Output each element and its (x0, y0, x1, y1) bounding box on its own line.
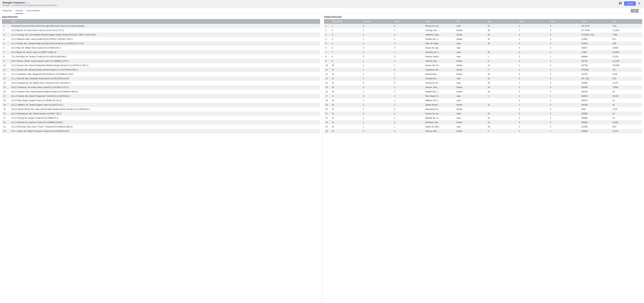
table-row[interactable]: 4411Futrelle, Mrs. J...female35101138035… (324, 37, 642, 41)
table-row[interactable]: 2524,1,1,"Sloper, Mr. William Thompson",… (2, 129, 320, 133)
view-toggle[interactable]: Table (631, 9, 642, 13)
cell-passengerid: 4 (330, 37, 362, 41)
version-label: 4.7.2 (26, 2, 30, 4)
cell-sex: male (455, 81, 486, 85)
output-col-fare[interactable]: Fare (611, 19, 642, 24)
output-table-wrap[interactable]: PassengerIdSurvivedPclassNameSexAgeSibSp… (324, 19, 642, 301)
table-row[interactable]: 1110,1,2,"Nasser, Mrs. Nicholas (Adele A… (2, 68, 320, 72)
tab-preview[interactable]: Preview (16, 8, 23, 14)
cell-parch: 0 (548, 76, 580, 81)
close-icon[interactable]: ✕ (637, 2, 642, 5)
table-row[interactable]: 242411Sloper, Mr. Willi...male2800113788… (324, 125, 642, 129)
table-row[interactable]: 1514,0,3,"Andersson, Mr. Anders Johan",m… (2, 85, 320, 89)
output-col-pclass[interactable]: Pclass (393, 19, 424, 24)
cell-fare: 21.075 (611, 129, 642, 133)
input-table-wrap[interactable]: body 1PassengerId,Survived,Pclass,Name,S… (2, 19, 320, 301)
table-row[interactable]: 3313Heikkinen, Miss...female2600STON/O2.… (324, 32, 642, 37)
table-row[interactable]: 1716,1,2,"Hewlett, Mrs. (Mary D Kingcome… (2, 94, 320, 98)
table-row[interactable]: 5503Allen, Mr. Willia...male35003734508.… (324, 41, 642, 46)
row-number: 3 (324, 32, 330, 37)
table-row[interactable]: 1211,1,3,"Sandstrom, Miss. Marguerite Ru… (2, 72, 320, 76)
table-row[interactable]: 212102Fynney, Mr. Jos...male350023986526 (324, 111, 642, 116)
output-col-survived[interactable]: Survived (362, 19, 393, 24)
table-row[interactable]: 98,0,3,"Palsson, Master. Gosta Leonard",… (2, 59, 320, 63)
cell-name: Allen, Mr. Willia... (424, 41, 455, 46)
output-col-name[interactable]: Name (424, 19, 455, 24)
table-row[interactable]: 2120,1,3,"Masselmani, Mrs. Fatima",femal… (2, 111, 320, 116)
tab-documentation[interactable]: Documentation (26, 8, 40, 14)
row-number: 16 (324, 89, 330, 94)
table-row[interactable]: 2221,0,2,"Fynney, Mr. Joseph J",male,35,… (2, 116, 320, 120)
cell-name: Beesley, Mr. La... (424, 116, 455, 120)
row-number: 17 (324, 94, 330, 98)
row-number: 19 (2, 103, 10, 107)
table-row[interactable]: 9913Johnson, Mrs. ...female270234774211.… (324, 59, 642, 63)
table-row[interactable]: 65,0,3,"Allen, Mr. William Henry",male,3… (2, 46, 320, 50)
table-row[interactable]: 1413,0,3,"Saundercock, Mr. William Henry… (2, 81, 320, 85)
cell-pclass: 3 (393, 59, 424, 63)
table-row[interactable]: 54,1,1,"Futrelle, Mrs. Jacques Heath (Li… (2, 41, 320, 46)
table-row[interactable]: 1817,0,3,"Rice, Master. Eugene",male,2,4… (2, 98, 320, 103)
comment-icon[interactable] (618, 1, 622, 6)
output-col-rownum[interactable] (324, 19, 330, 24)
input-col-rownum[interactable] (2, 19, 10, 24)
row-body: 9,1,3,"Johnson, Mrs. Oscar W (Elisabeth … (10, 63, 320, 68)
cell-fare: 11.1333 (611, 59, 642, 63)
cell-name: Masselmani, M... (424, 107, 455, 111)
table-row[interactable]: 8803Palsson, Maste...male23134990921.075 (324, 54, 642, 59)
table-row[interactable]: 109,1,3,"Johnson, Mrs. Oscar W (Elisabet… (2, 63, 320, 68)
table-row[interactable]: 232313McGowan, Mis...female15003309238.0… (324, 120, 642, 125)
table-row[interactable]: 1615,0,3,"Vestrom, Miss. Hulda Amanda Ad… (2, 89, 320, 94)
table-row[interactable]: 1103Braund, Mr. Ow...male2210A/5 211717.… (324, 24, 642, 28)
output-col-ticket[interactable]: Ticket (580, 19, 611, 24)
table-row[interactable]: 111113Sandstrom, Mis...female411PP 95491… (324, 68, 642, 72)
cell-fare: 7.25 (611, 24, 642, 28)
table-row[interactable]: 222212Beesley, Mr. La...male340024869813 (324, 116, 642, 120)
table-row[interactable]: 21,0,3,"Braund, Mr. Owen Harris",male,22… (2, 28, 320, 32)
cell-parch: 0 (548, 50, 580, 54)
table-row[interactable]: 131303Saundercock, ...male2000A/5. 21518… (324, 76, 642, 81)
table-row[interactable]: 161612Hewlett, Mrs. (...female5500248706… (324, 89, 642, 94)
table-row[interactable]: 2211Cumings, Mrs. ...female3810PC 175997… (324, 28, 642, 32)
cell-parch: 0 (548, 120, 580, 125)
input-col-body[interactable]: body (10, 19, 320, 24)
table-row[interactable]: 171703Rice, Master. E...male24138265229.… (324, 94, 642, 98)
tab-properties[interactable]: Properties (2, 8, 12, 14)
cell-pclass: 3 (393, 68, 424, 72)
output-col-age[interactable]: Age (486, 19, 517, 24)
table-row[interactable]: 181812Williams, Mr. C...male0024437313 (324, 98, 642, 103)
cell-name: Palsson, Maste... (424, 54, 455, 59)
row-number: 1 (2, 24, 10, 28)
table-row[interactable]: 1312,1,1,"Bonnell, Miss. Elizabeth",fema… (2, 76, 320, 81)
table-row[interactable]: 252503Palsson, Miss. ...female8313499092… (324, 129, 642, 133)
table-row[interactable]: 1PassengerId,Survived,Pclass,Name,Sex,Ag… (2, 24, 320, 28)
toggle-handle[interactable] (638, 9, 641, 13)
cell-name: Braund, Mr. Ow... (424, 24, 455, 28)
cell-age: 22 (486, 24, 517, 28)
table-row[interactable]: 32,1,1,"Cumings, Mrs. John Bradley (Flor… (2, 32, 320, 37)
table-row[interactable]: 202013Masselmani, M...female0026497.225 (324, 107, 642, 111)
table-row[interactable]: 43,1,3,"Heikkinen, Miss. Laina",female,2… (2, 37, 320, 41)
cell-sex: female (455, 32, 486, 37)
output-col-sex[interactable]: Sex (455, 19, 486, 24)
table-row[interactable]: 7701McCarthy, Mr. T...male54001746351.86… (324, 50, 642, 54)
table-row[interactable]: 2322,1,2,"Beesley, Mr. Lawrence",male,34… (2, 120, 320, 125)
table-row[interactable]: 191903Vander Planke, ...female3110345763… (324, 103, 642, 107)
table-row[interactable]: 87,0,1,"McCarthy, Mr. Timothy J",male,54… (2, 54, 320, 59)
table-row[interactable]: 6603Moran, Mr. Jam...male003308778.4583 (324, 46, 642, 50)
table-row[interactable]: 151503Vestrom, Miss. ...female1400350406… (324, 85, 642, 89)
validate-button[interactable]: Validate (624, 1, 636, 6)
table-row[interactable]: 2423,1,3,"McGowan, Miss. Anna ""Annie"""… (2, 125, 320, 129)
table-row[interactable]: 76,0,3,"Moran, Mr. James",male,,0,0,3308… (2, 50, 320, 54)
table-row[interactable]: 1918,1,2,"Williams, Mr. Charles Eugene",… (2, 103, 320, 107)
table-row[interactable]: 101012Nasser, Mrs. Ni...female1410237736… (324, 63, 642, 68)
table-row[interactable]: 141403Andersson, Mr. ...male391534708231… (324, 81, 642, 85)
output-col-passengerid[interactable]: PassengerId (330, 19, 362, 24)
table-row[interactable]: 2019,0,3,"Vander Planke, Mrs. Julius (Em… (2, 107, 320, 111)
cell-parch: 0 (548, 89, 580, 94)
row-body: 3,1,3,"Heikkinen, Miss. Laina",female,26… (10, 37, 320, 41)
output-col-sibsp[interactable]: SibSp (517, 19, 548, 24)
cell-passengerid: 25 (330, 129, 362, 133)
output-col-parch[interactable]: Parch (548, 19, 580, 24)
table-row[interactable]: 121211Bonnell, Miss. ...female5800113783… (324, 72, 642, 76)
